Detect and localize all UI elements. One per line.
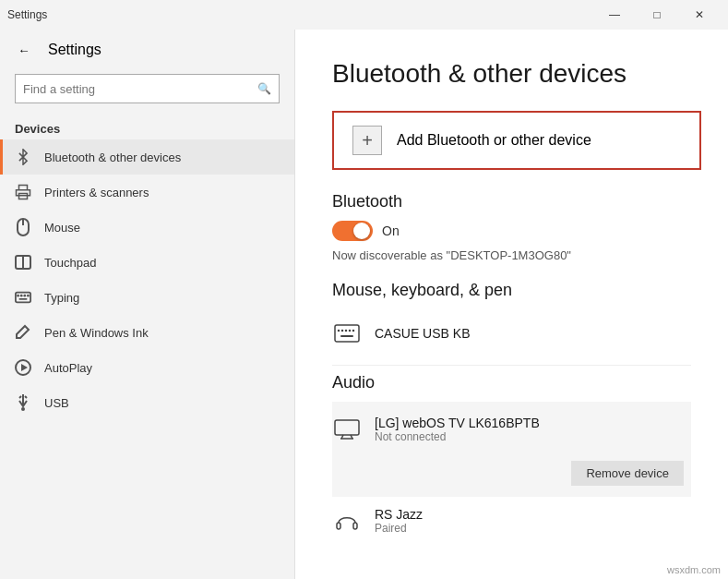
titlebar-left: Settings	[7, 8, 47, 21]
back-icon: ←	[18, 43, 30, 57]
content-area: Bluetooth & other devices + Add Bluetoot…	[295, 30, 728, 579]
svg-rect-6	[16, 293, 30, 303]
svg-rect-30	[353, 523, 357, 529]
sidebar: ← Settings 🔍 Devices Bluetooth & other d…	[0, 30, 295, 579]
titlebar-controls: — □ ✕	[593, 0, 721, 30]
close-button[interactable]: ✕	[678, 0, 721, 30]
headset-device-status: Paired	[375, 522, 423, 535]
sidebar-item-bluetooth-label: Bluetooth & other devices	[44, 151, 181, 164]
maximize-button[interactable]: □	[636, 0, 678, 30]
sidebar-nav-top: ← Settings	[0, 30, 294, 70]
sidebar-item-touchpad[interactable]: Touchpad	[0, 245, 294, 280]
svg-rect-18	[335, 325, 359, 342]
devices-section-label: Devices	[0, 115, 294, 139]
keyboard-icon	[15, 289, 31, 306]
tv-device-name: [LG] webOS TV LK616BPTB	[375, 416, 540, 430]
search-icon: 🔍	[257, 82, 271, 95]
sidebar-item-printers[interactable]: Printers & scanners	[0, 175, 294, 210]
tv-device-status: Not connected	[375, 430, 540, 443]
autoplay-icon	[15, 359, 31, 376]
keyboard-device-info: CASUE USB KB	[375, 326, 470, 341]
sidebar-item-printers-label: Printers & scanners	[44, 186, 149, 199]
discoverable-text: Now discoverable as "DESKTOP-1M3OG80"	[332, 248, 691, 262]
sidebar-item-mouse[interactable]: Mouse	[0, 210, 294, 245]
minimize-button[interactable]: —	[593, 0, 636, 30]
sidebar-item-autoplay[interactable]: AutoPlay	[0, 350, 294, 385]
toggle-thumb	[353, 223, 370, 239]
add-device-button[interactable]: + Add Bluetooth or other device	[332, 111, 701, 170]
bluetooth-toggle-row: On	[332, 221, 691, 241]
sidebar-item-autoplay-label: AutoPlay	[44, 361, 92, 375]
sidebar-item-typing[interactable]: Typing	[0, 280, 294, 315]
svg-rect-29	[337, 523, 340, 529]
printer-icon	[15, 184, 31, 200]
search-box[interactable]: 🔍	[15, 74, 280, 103]
sidebar-item-mouse-label: Mouse	[44, 221, 80, 235]
settings-titlebar-label: Settings	[7, 8, 47, 21]
sidebar-item-pen[interactable]: Pen & Windows Ink	[0, 315, 294, 350]
mouse-keyboard-section-heading: Mouse, keyboard, & pen	[332, 281, 691, 300]
audio-section-heading: Audio	[332, 373, 691, 392]
divider-1	[332, 365, 691, 366]
keyboard-device-name: CASUE USB KB	[375, 326, 470, 341]
bluetooth-section-heading: Bluetooth	[332, 192, 691, 211]
svg-line-16	[25, 396, 27, 398]
add-device-label: Add Bluetooth or other device	[397, 132, 591, 149]
sidebar-item-usb-label: USB	[44, 396, 69, 410]
headset-device-item: RS Jazz Paired	[332, 497, 691, 545]
keyboard-device-icon	[332, 319, 362, 348]
bluetooth-toggle-label: On	[382, 223, 400, 238]
tv-device-info: [LG] webOS TV LK616BPTB Not connected	[375, 416, 540, 443]
sidebar-item-touchpad-label: Touchpad	[44, 256, 96, 270]
svg-point-17	[21, 407, 25, 411]
touchpad-icon	[15, 254, 31, 271]
keyboard-device-item: CASUE USB KB	[332, 309, 691, 357]
page-title: Bluetooth & other devices	[332, 59, 691, 89]
titlebar: Settings — □ ✕	[0, 0, 728, 30]
sidebar-item-bluetooth[interactable]: Bluetooth & other devices	[0, 139, 294, 175]
tv-device-icon	[332, 415, 362, 444]
plus-icon: +	[352, 126, 382, 155]
sidebar-item-usb[interactable]: USB	[0, 385, 294, 420]
remove-device-button[interactable]: Remove device	[571, 461, 684, 486]
back-button[interactable]: ←	[11, 37, 37, 63]
search-input[interactable]	[23, 82, 257, 96]
settings-label: Settings	[48, 42, 101, 58]
bluetooth-toggle[interactable]	[332, 221, 373, 241]
bluetooth-icon	[15, 149, 31, 165]
sidebar-item-typing-label: Typing	[44, 291, 79, 305]
headset-device-info: RS Jazz Paired	[375, 507, 423, 535]
svg-marker-13	[21, 364, 28, 371]
tv-device-item: [LG] webOS TV LK616BPTB Not connected	[332, 405, 684, 453]
mouse-icon	[15, 219, 31, 235]
watermark: wsxdm.com	[667, 564, 721, 575]
pen-icon	[15, 324, 31, 341]
headset-device-name: RS Jazz	[375, 507, 423, 522]
svg-line-15	[19, 396, 21, 398]
headset-device-icon	[332, 506, 362, 536]
tv-device-row: [LG] webOS TV LK616BPTB Not connected Re…	[332, 402, 691, 497]
sidebar-item-pen-label: Pen & Windows Ink	[44, 326, 149, 340]
remove-btn-row: Remove device	[332, 453, 684, 493]
usb-icon	[15, 394, 31, 411]
main-layout: ← Settings 🔍 Devices Bluetooth & other d…	[0, 30, 728, 579]
svg-rect-25	[335, 420, 359, 435]
